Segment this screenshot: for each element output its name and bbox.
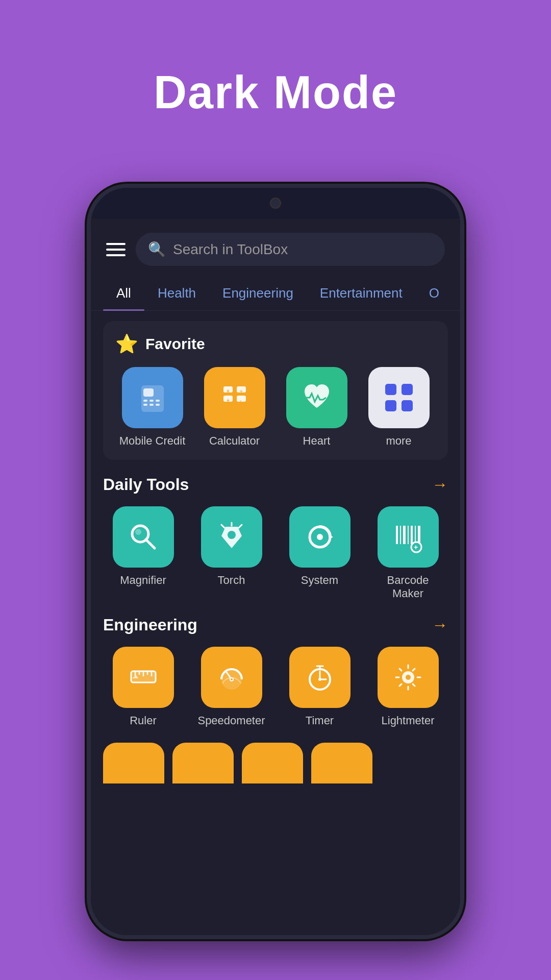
app-system[interactable]: System <box>280 506 360 600</box>
search-placeholder: Search in ToolBox <box>173 241 288 258</box>
category-tabs: All Health Engineering Entertainment O <box>91 276 460 311</box>
dots-grid <box>385 384 413 411</box>
svg-text:+: + <box>227 398 230 403</box>
speedometer-label: Speedometer <box>197 714 265 727</box>
app-calculator[interactable]: + - × ÷ Calculator <box>197 367 271 448</box>
torch-icon <box>201 506 262 568</box>
tab-health[interactable]: Health <box>144 276 209 310</box>
app-ruler[interactable]: Ruler <box>103 647 183 727</box>
phone-screen: 🔍 Search in ToolBox All Health Engineeri… <box>91 218 460 935</box>
favorites-title: Favorite <box>145 335 205 353</box>
bottom-app-2[interactable] <box>172 743 234 783</box>
app-speedometer[interactable]: Speedometer <box>191 647 271 727</box>
more-icon <box>368 367 430 428</box>
lightmeter-icon <box>378 647 439 708</box>
svg-point-25 <box>317 534 323 540</box>
engineering-grid: Ruler <box>103 647 448 727</box>
daily-tools-arrow[interactable]: → <box>432 475 448 494</box>
engineering-arrow[interactable]: → <box>432 616 448 634</box>
app-lightmeter[interactable]: Lightmeter <box>368 647 448 727</box>
torch-label: Torch <box>218 574 245 587</box>
daily-tools-grid: Magnifier <box>103 506 448 600</box>
phone-camera <box>270 198 281 209</box>
svg-rect-3 <box>143 404 147 406</box>
tab-other[interactable]: O <box>416 276 453 310</box>
heart-icon <box>286 367 347 428</box>
tab-all[interactable]: All <box>103 276 144 310</box>
svg-rect-2 <box>143 400 147 402</box>
svg-rect-27 <box>400 526 401 544</box>
svg-text:+: + <box>414 543 418 551</box>
app-heart[interactable]: Heart <box>280 367 354 448</box>
daily-tools-title: Daily Tools <box>103 475 189 494</box>
svg-line-60 <box>413 684 415 686</box>
svg-rect-32 <box>418 526 420 544</box>
barcode-maker-icon: + <box>378 506 439 568</box>
svg-point-45 <box>231 678 233 680</box>
favorites-section: ⭐ Favorite <box>103 321 448 460</box>
bottom-app-3[interactable] <box>242 743 303 783</box>
lightmeter-label: Lightmeter <box>382 714 435 727</box>
svg-line-22 <box>221 525 224 528</box>
system-label: System <box>301 574 338 587</box>
star-icon: ⭐ <box>115 333 138 355</box>
svg-point-18 <box>135 529 141 535</box>
svg-rect-7 <box>156 404 160 406</box>
svg-line-57 <box>399 669 402 671</box>
tab-engineering[interactable]: Engineering <box>209 276 307 310</box>
app-magnifier[interactable]: Magnifier <box>103 506 183 600</box>
svg-text:×: × <box>227 388 230 394</box>
menu-button[interactable] <box>106 243 126 256</box>
engineering-title: Engineering <box>103 616 197 634</box>
bottom-app-4[interactable] <box>311 743 372 783</box>
search-bar[interactable]: 🔍 Search in ToolBox <box>136 233 445 266</box>
bottom-partial-row <box>103 743 448 783</box>
timer-label: Timer <box>306 714 334 727</box>
bottom-app-1[interactable] <box>103 743 164 783</box>
more-label: more <box>386 434 411 448</box>
app-barcode-maker[interactable]: + Barcode Maker <box>368 506 448 600</box>
svg-line-59 <box>399 684 402 686</box>
daily-tools-header: Daily Tools → <box>103 475 448 494</box>
favorites-header: ⭐ Favorite <box>115 333 436 355</box>
phone-mockup: 🔍 Search in ToolBox All Health Engineeri… <box>87 184 464 939</box>
phone-notch <box>91 188 460 218</box>
engineering-section: Engineering → <box>103 616 448 727</box>
magnifier-label: Magnifier <box>120 574 166 587</box>
svg-rect-28 <box>403 526 406 544</box>
barcode-maker-label: Barcode Maker <box>387 574 429 600</box>
timer-icon <box>289 647 350 708</box>
svg-rect-6 <box>156 400 160 402</box>
svg-rect-1 <box>143 388 154 397</box>
svg-text:-: - <box>240 398 241 403</box>
engineering-header: Engineering → <box>103 616 448 634</box>
search-icon: 🔍 <box>148 241 166 258</box>
svg-rect-26 <box>396 526 398 544</box>
app-torch[interactable]: Torch <box>191 506 271 600</box>
app-timer[interactable]: Timer <box>280 647 360 727</box>
page-title: Dark Mode <box>0 0 551 119</box>
app-mobile-credit[interactable]: Mobile Credit <box>115 367 189 448</box>
system-icon <box>289 506 350 568</box>
svg-line-58 <box>413 669 415 671</box>
daily-tools-section: Daily Tools → <box>103 475 448 600</box>
svg-line-21 <box>239 525 242 528</box>
svg-point-19 <box>228 531 236 539</box>
svg-line-17 <box>146 540 155 548</box>
calculator-label: Calculator <box>209 434 260 448</box>
svg-rect-29 <box>408 526 409 544</box>
ruler-icon <box>113 647 174 708</box>
svg-rect-5 <box>149 404 154 406</box>
speedometer-icon <box>201 647 262 708</box>
favorites-grid: Mobile Credit <box>115 367 436 448</box>
app-more[interactable]: more <box>362 367 436 448</box>
app-header: 🔍 Search in ToolBox <box>91 218 460 276</box>
svg-point-51 <box>318 678 321 681</box>
svg-point-61 <box>406 675 411 680</box>
svg-rect-30 <box>411 526 413 544</box>
calculator-icon: + - × ÷ <box>204 367 265 428</box>
magnifier-icon <box>113 506 174 568</box>
main-content: ⭐ Favorite <box>91 311 460 935</box>
ruler-label: Ruler <box>130 714 157 727</box>
tab-entertainment[interactable]: Entertainment <box>307 276 416 310</box>
